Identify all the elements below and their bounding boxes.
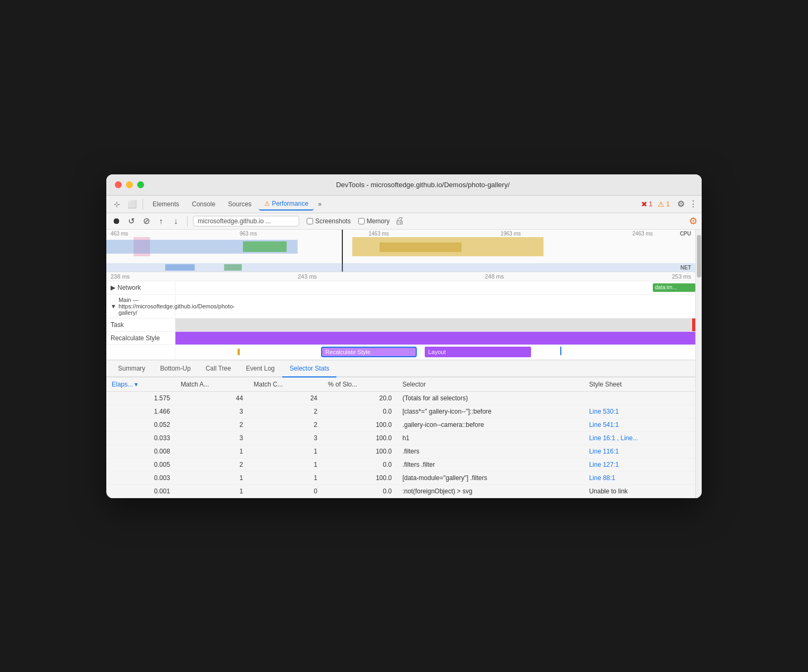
download-button[interactable]: ↓ <box>170 215 182 227</box>
window-title: DevTools - microsoftedge.github.io/Demos… <box>153 181 693 189</box>
cell-stylesheet-4: Line 116:1 <box>584 444 695 458</box>
svg-rect-6 <box>224 264 242 271</box>
warning-badge: ⚠ 1 <box>658 200 670 208</box>
table-header-row: Elaps... ▾ Match A... Match C... % of Sl… <box>106 377 695 392</box>
col-match-c[interactable]: Match C... <box>248 377 323 392</box>
flame-row: Recalculate Style Layout <box>106 345 695 360</box>
stylesheet-link-3[interactable]: Line 16:1 , Line... <box>589 434 638 442</box>
col-pct-slow[interactable]: % of Slo... <box>323 377 397 392</box>
ruler-mark-5: 2463 ms <box>633 231 653 237</box>
col-selector[interactable]: Selector <box>397 377 584 392</box>
cell-selector-2: .gallery-icon--camera::before <box>397 418 584 431</box>
url-display[interactable]: microsoftedge.github.io ... <box>193 216 299 226</box>
inspect-icon[interactable]: ⬜ <box>125 198 138 211</box>
track-main: ▼ Main — https://microsoftedge.github.io… <box>106 295 695 318</box>
network-event-bar: data:im... <box>653 283 695 292</box>
cell-match-c-0: 24 <box>248 391 323 405</box>
cell-match-a-3: 3 <box>175 431 248 444</box>
tab-bottom-up[interactable]: Bottom-Up <box>153 360 198 377</box>
track-task-label: Task <box>106 319 175 331</box>
ruler-mark-3: 1463 ms <box>368 231 389 237</box>
error-badge: ✖ 1 <box>641 200 653 208</box>
table-row: 0.008 1 1 100.0 .filters Line 116:1 <box>106 444 695 458</box>
screenshots-label: Screenshots <box>315 217 351 225</box>
track-network-content: data:im... <box>175 281 695 294</box>
tabs-bar: Summary Bottom-Up Call Tree Event Log Se… <box>106 360 695 377</box>
maximize-button[interactable] <box>137 181 144 188</box>
col-elapsed[interactable]: Elaps... ▾ <box>106 377 175 392</box>
error-icon: ✖ <box>641 200 647 208</box>
tab-performance[interactable]: ⚠ Performance <box>259 198 314 211</box>
close-button[interactable] <box>115 181 122 188</box>
cell-stylesheet-6: Line 88:1 <box>584 471 695 484</box>
sort-arrow-icon: ▾ <box>134 381 138 388</box>
separator-1 <box>142 199 143 209</box>
tab-sources[interactable]: Sources <box>223 198 257 210</box>
cell-selector-0: (Totals for all selectors) <box>397 391 584 405</box>
col-match-a[interactable]: Match A... <box>175 377 248 392</box>
tab-elements[interactable]: Elements <box>147 198 184 210</box>
reload-button[interactable]: ↺ <box>125 215 137 227</box>
cell-match-a-7: 1 <box>175 484 248 498</box>
tab-summary[interactable]: Summary <box>111 360 153 377</box>
stylesheet-link-6[interactable]: Line 88:1 <box>589 474 615 482</box>
stylesheet-link-4[interactable]: Line 116:1 <box>589 448 619 455</box>
track-task-content <box>175 318 695 331</box>
cursor-icon[interactable]: ⊹ <box>111 198 123 211</box>
tab-selector-stats[interactable]: Selector Stats <box>282 360 337 377</box>
cell-pct-5: 0.0 <box>323 458 397 471</box>
cell-selector-4: .filters <box>397 444 584 458</box>
timeline-container: 463 ms 963 ms 1463 ms 1963 ms 2463 ms <box>106 230 695 360</box>
scrollbar-thumb[interactable] <box>697 235 701 278</box>
cell-elapsed-7: 0.001 <box>106 484 175 498</box>
perf-settings-button[interactable]: ⚙ <box>689 215 697 227</box>
cell-stylesheet-2: Line 541:1 <box>584 418 695 431</box>
minimize-button[interactable] <box>126 181 133 188</box>
more-tabs-button[interactable]: » <box>316 199 324 209</box>
table-row: 0.033 3 3 100.0 h1 Line 16:1 , Line... <box>106 431 695 444</box>
selector-stats-table: Elaps... ▾ Match A... Match C... % of Sl… <box>106 377 695 498</box>
svg-rect-2 <box>243 241 287 252</box>
clear-button[interactable]: ⊘ <box>140 215 152 227</box>
separator-perf <box>187 216 188 226</box>
cell-match-c-3: 3 <box>248 431 323 444</box>
memory-checkbox-group: Memory <box>358 217 390 225</box>
scrollbar[interactable] <box>695 230 702 498</box>
memory-icon: 🖨 <box>395 215 405 226</box>
screenshots-checkbox[interactable] <box>307 218 313 224</box>
flame-layout[interactable]: Layout <box>425 347 531 357</box>
detail-mark-1: 238 ms <box>111 273 130 280</box>
flame-content: Recalculate Style Layout <box>175 345 695 359</box>
table-head: Elaps... ▾ Match A... Match C... % of Sl… <box>106 377 695 392</box>
tab-console[interactable]: Console <box>187 198 221 210</box>
ruler-mark-4: 1963 ms <box>500 231 520 237</box>
flame-marker <box>238 349 240 355</box>
cell-stylesheet-3: Line 16:1 , Line... <box>584 431 695 444</box>
more-options-button[interactable]: ⋮ <box>689 199 697 209</box>
main-toolbar: ⊹ ⬜ Elements Console Sources ⚠ Performan… <box>106 196 702 213</box>
cell-match-a-0: 44 <box>175 391 248 405</box>
record-button[interactable]: ⏺ <box>111 215 122 227</box>
main-content: 463 ms 963 ms 1463 ms 1963 ms 2463 ms <box>106 230 702 498</box>
table-container: Elaps... ▾ Match A... Match C... % of Sl… <box>106 377 695 498</box>
table-body: 1.575 44 24 20.0 (Totals for all selecto… <box>106 391 695 498</box>
cell-match-c-2: 2 <box>248 418 323 431</box>
settings-button[interactable]: ⚙ <box>677 199 685 209</box>
flame-recalculate-style[interactable]: Recalculate Style <box>321 347 417 357</box>
flame-marker-2 <box>560 347 561 355</box>
ruler-mark-1: 463 ms <box>111 231 128 237</box>
tab-call-tree[interactable]: Call Tree <box>198 360 239 377</box>
upload-button[interactable]: ↑ <box>155 215 167 227</box>
tab-event-log[interactable]: Event Log <box>239 360 282 377</box>
stylesheet-link-1[interactable]: Line 530:1 <box>589 408 619 415</box>
cell-match-a-6: 1 <box>175 471 248 484</box>
cell-pct-7: 0.0 <box>323 484 397 498</box>
timeline-ruler-marks: 463 ms 963 ms 1463 ms 1963 ms 2463 ms <box>106 230 695 238</box>
stylesheet-link-5[interactable]: Line 127:1 <box>589 461 619 468</box>
col-stylesheet[interactable]: Style Sheet <box>584 377 695 392</box>
cell-stylesheet-0 <box>584 391 695 405</box>
expand-icon: ▶ <box>111 284 115 291</box>
memory-checkbox[interactable] <box>358 218 365 224</box>
timeline-overview[interactable]: 463 ms 963 ms 1463 ms 1963 ms 2463 ms <box>106 230 695 272</box>
stylesheet-link-2[interactable]: Line 541:1 <box>589 421 619 429</box>
